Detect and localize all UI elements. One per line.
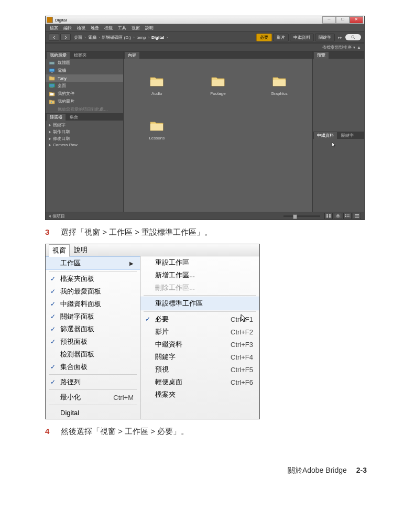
menu-window[interactable]: 視窗 [132,25,140,31]
crumb-temp[interactable]: temp [137,35,146,40]
menu-edit[interactable]: 編輯 [63,25,72,31]
folder-lessons[interactable]: Lessons [129,120,185,140]
view-grid-button[interactable] [324,213,333,219]
folder-audio[interactable]: Audio [129,75,185,96]
filter-modified[interactable]: 修改日期 [46,135,123,142]
maximize-button[interactable]: ☐ [336,16,350,24]
tab-preview[interactable]: 預覽 [314,52,329,59]
tab-keywords2[interactable]: 關鍵字 [338,132,357,139]
menu-stack[interactable]: 堆疊 [91,25,99,31]
menu-window-top[interactable]: 視窗 [49,244,70,257]
chevron-down-icon[interactable]: ▾ [353,45,355,50]
nav-back-button[interactable] [49,34,59,41]
tab-collection[interactable]: 集合 [67,114,81,121]
menu-item-label: 重設工作區 [155,258,253,267]
menu-tools[interactable]: 工具 [118,25,126,31]
fav-tony[interactable]: Tony [46,74,123,82]
thumbnail-slider[interactable] [283,215,320,217]
workspace-keywords[interactable]: 關鍵字 [315,34,335,41]
tab-folders[interactable]: 檔案夾 [71,52,90,59]
view-lock-button[interactable] [334,213,342,219]
menu-left-col: 工作區▶✓檔案夾面板✓我的最愛面板✓中繼資料面板✓關鍵字面板✓篩選器面板✓預視面… [46,256,140,419]
svg-rect-9 [329,214,331,216]
fav-documents[interactable]: 我的文件 [46,90,123,97]
menu-item[interactable]: ✓集合面板 [46,361,140,373]
menu-item[interactable]: 工作區▶ [46,256,140,270]
svg-point-7 [51,101,52,102]
workspace-essentials[interactable]: 必要 [256,34,272,41]
folder-graphics[interactable]: Graphics [251,75,307,96]
crumb-computer[interactable]: 電腦 [88,35,96,40]
drive-icon [49,60,55,66]
left-bottom-panel-tabs: 篩選器 集合 [46,113,123,121]
folder-icon [149,75,164,87]
menu-item[interactable]: ✓路徑列 [46,376,140,388]
check-icon: ✓ [46,288,60,295]
fav-pictures[interactable]: 我的圖片 [46,97,123,105]
cursor-icon [240,314,247,323]
content-area[interactable]: Audio Footage Graphics Lessons [124,59,312,212]
folder-icon [49,75,55,81]
menu-view[interactable]: 檢視 [77,25,85,31]
sort-asc-icon[interactable]: ▲ [357,45,361,50]
nav-forward-button[interactable] [60,34,71,41]
menu-item[interactable]: ✓關鍵字面板 [46,310,140,323]
view-detail-button[interactable] [343,213,352,219]
workspace-film[interactable]: 影片 [273,34,289,41]
menu-item-label: 檔案夾面板 [60,274,134,284]
fav-computer[interactable]: 電腦 [46,67,123,74]
desktop-icon [49,83,55,89]
menu-item[interactable]: 關鍵字Ctrl+F4 [140,351,259,363]
menu-item[interactable]: 新增工作區... [140,269,259,281]
tab-filter[interactable]: 篩選器 [47,114,66,121]
menu-item[interactable]: 最小化Ctrl+M [46,391,140,404]
crumb-drive[interactable]: 新增磁碟區 (D:) [102,35,131,40]
check-icon: ✓ [46,378,60,386]
menu-label[interactable]: 標籤 [104,25,113,31]
menu-item[interactable]: 中繼資料Ctrl+F3 [140,338,259,351]
close-button[interactable]: ✕ [350,16,363,24]
menu-item[interactable]: 輕便桌面Ctrl+F6 [140,376,259,388]
filter-list: 關鍵字 製作日期 修改日期 Camera Raw [46,121,123,212]
crumb-current[interactable]: Digital [151,35,164,40]
menu-item[interactable]: ✓我的最愛面板 [46,285,140,298]
menu-item[interactable]: ✓檔案夾面板 [46,273,140,285]
filter-keywords[interactable]: 關鍵字 [46,122,123,128]
tab-content[interactable]: 內容 [125,52,139,59]
menu-file[interactable]: 檔案 [50,25,58,31]
toolbar: 桌面› 電腦› 新增磁碟區 (D:)› temp› Digital› 必要 影片… [46,31,364,43]
filter-cameraraw[interactable]: Camera Raw [46,142,123,148]
menu-accelerator: Ctrl+M [113,394,134,401]
view-list-button[interactable] [353,213,361,219]
menu-item[interactable]: 影片Ctrl+F2 [140,325,259,338]
menu-item-label: 最小化 [60,393,113,402]
search-input[interactable] [345,34,361,40]
menu-item[interactable]: 預視Ctrl+F5 [140,363,259,376]
step-3: 3 選擇「視窗 > 工作區 > 重設標準工作區」。 [45,227,367,237]
tab-metadata[interactable]: 中繼資料 [314,132,337,139]
workspace-metadata[interactable]: 中繼資料 [290,34,314,41]
menu-help[interactable]: 說明 [145,25,154,31]
menu-item[interactable]: 重設工作區 [140,256,259,269]
menu-accelerator: Ctrl+F3 [231,341,253,349]
fav-desktop[interactable]: 桌面 [46,82,123,90]
crumb-desktop[interactable]: 桌面 [74,35,82,40]
menu-item[interactable]: ✓預視面板 [46,335,140,348]
minimize-button[interactable]: ─ [322,16,336,24]
menu-item[interactable]: Digital [46,406,140,419]
metadata-panel-tabs: 中繼資料 關鍵字 [313,132,364,139]
filter-created[interactable]: 製作日期 [46,128,123,135]
sort-label[interactable]: 依檔案類型排序 [322,45,352,50]
menu-help-top[interactable]: 說明 [74,245,88,255]
fav-media[interactable]: 媒體匯 [46,59,123,67]
menu-item[interactable]: ✓篩選器面板 [46,323,140,335]
menu-item: 刪除工作區... [140,281,259,294]
workspace-more-icon[interactable]: ▸▸ [336,35,344,40]
tab-favorites[interactable]: 我的最愛 [47,52,70,59]
menu-item[interactable]: 重設標準工作區 [140,297,259,310]
breadcrumbs[interactable]: 桌面› 電腦› 新增磁碟區 (D:)› temp› Digital› [74,35,256,40]
folder-footage[interactable]: Footage [190,75,246,96]
menu-item[interactable]: ✓中繼資料面板 [46,298,140,310]
menu-item[interactable]: 檔案夾 [140,388,259,401]
menu-item[interactable]: 檢測器面板 [46,348,140,361]
